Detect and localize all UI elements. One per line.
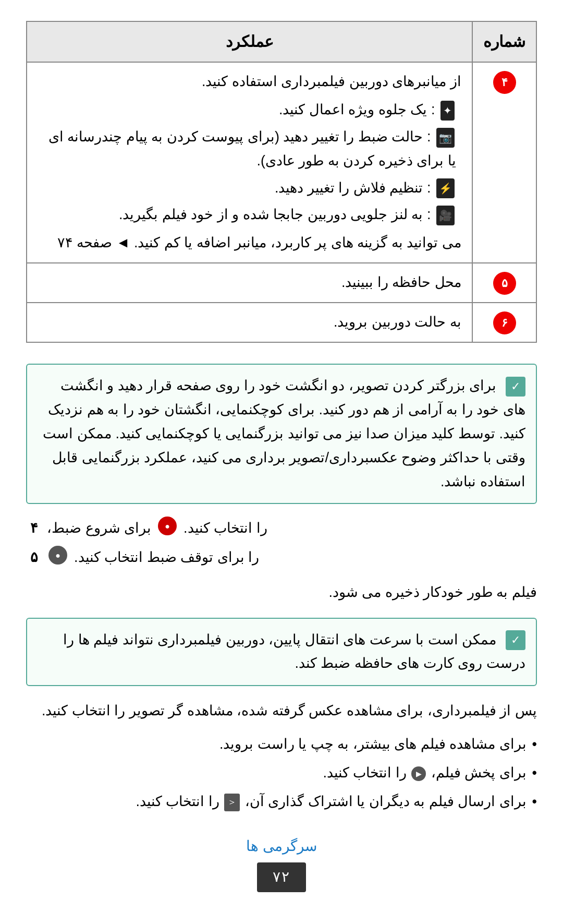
row4-footer: می توانید به گزینه های پر کاربرد، میانبر… xyxy=(38,231,461,255)
bullet-2-text: : حالت ضبط را تغییر دهید (برای پیوست کرد… xyxy=(48,129,456,169)
row4-intro: از میانبرهای دوربین فیلمبرداری استفاده ک… xyxy=(38,70,461,94)
camera-mode-icon: 📷 xyxy=(436,128,455,148)
table-row-6: ۶ به حالت دوربین بروید. xyxy=(27,303,536,342)
after-record-text: پس از فیلمبرداری، برای مشاهده عکس گرفته … xyxy=(26,699,537,723)
bullet-after-2-text: برای پخش فیلم، xyxy=(431,765,527,781)
bullet-item-2: 📷 : حالت ضبط را تغییر دهید (برای پیوست ک… xyxy=(38,125,461,173)
star-icon: ✦ xyxy=(440,101,455,121)
step4-suffix: را انتخاب کنید. xyxy=(183,517,267,541)
row5-text: محل حافظه را ببینید. xyxy=(341,274,461,290)
row6-text: به حالت دوربین بروید. xyxy=(334,314,461,330)
row4-content: از میانبرهای دوربین فیلمبرداری استفاده ک… xyxy=(27,62,472,263)
bullet-after-1: برای مشاهده فیلم های بیشتر، به چپ یا راس… xyxy=(26,732,537,757)
note1-text: برای بزرگتر کردن تصویر، دو انگشت خود را … xyxy=(43,378,525,489)
row4-bullets: ✦ : یک جلوه ویژه اعمال کنید. 📷 : حالت ضب… xyxy=(38,98,461,227)
bullet-after-2-suffix: را انتخاب کنید. xyxy=(323,765,407,781)
record-stop-icon: ● xyxy=(48,546,67,565)
num-badge-6: ۶ xyxy=(493,311,516,334)
footer: سرگرمی ها ۷۲ xyxy=(26,835,537,892)
steps-section: را انتخاب کنید. ● برای شروع ضبط، ۴ را بر… xyxy=(26,517,537,570)
row6-num: ۶ xyxy=(472,303,536,342)
row4-num: ۴ xyxy=(472,62,536,263)
page: شماره عملکرد ۴ از میانبرهای دوربین فیلمب… xyxy=(0,0,563,923)
bullet-after-2: برای پخش فیلم، ▶ را انتخاب کنید. xyxy=(26,761,537,785)
bullet-after-3-text: برای ارسال فیلم به دیگران یا اشتراک گذار… xyxy=(245,794,527,809)
front-cam-icon: 🎥 xyxy=(436,206,455,225)
step-4: را انتخاب کنید. ● برای شروع ضبط، ۴ xyxy=(26,517,537,541)
note-box-2: ممکن است با سرعت های انتقال پایین، دوربی… xyxy=(26,618,537,687)
share-icon: ＜ xyxy=(224,794,240,811)
bullet-4-text: : به لنز جلویی دوربین جابجا شده و از خود… xyxy=(119,207,431,222)
col-num-header: شماره xyxy=(472,21,536,62)
step-5: را برای توقف ضبط انتخاب کنید. ● ۵ xyxy=(26,546,537,570)
col-func-header: عملکرد xyxy=(27,21,472,62)
auto-save-text: فیلم به طور خودکار ذخیره می شود. xyxy=(26,580,537,605)
bullet-1-text: : یک جلوه ویژه اعمال کنید. xyxy=(279,102,435,117)
bullet-item-1: ✦ : یک جلوه ویژه اعمال کنید. xyxy=(38,98,461,122)
record-start-icon: ● xyxy=(158,517,177,535)
table-row-5: ۵ محل حافظه را ببینید. xyxy=(27,263,536,303)
row5-content: محل حافظه را ببینید. xyxy=(27,263,472,303)
bullet-after-3-suffix: را انتخاب کنید. xyxy=(136,794,219,809)
footer-page-num: ۷۲ xyxy=(257,862,306,892)
table-row-4: ۴ از میانبرهای دوربین فیلمبرداری استفاده… xyxy=(27,62,536,263)
play-icon: ▶ xyxy=(411,766,426,781)
step4-num: ۴ xyxy=(26,517,42,541)
row5-num: ۵ xyxy=(472,263,536,303)
footer-link[interactable]: سرگرمی ها xyxy=(26,835,537,858)
bullet-item-3: ⚡ : تنظیم فلاش را تغییر دهید. xyxy=(38,176,461,200)
bullet-item-4: 🎥 : به لنز جلویی دوربین جابجا شده و از خ… xyxy=(38,203,461,227)
num-badge-5: ۵ xyxy=(493,272,516,295)
note-box-1: برای بزرگتر کردن تصویر، دو انگشت خود را … xyxy=(26,364,537,504)
bullet-after-3: برای ارسال فیلم به دیگران یا اشتراک گذار… xyxy=(26,789,537,814)
flash-icon: ⚡ xyxy=(436,178,455,198)
num-badge-4: ۴ xyxy=(493,71,516,94)
step5-num: ۵ xyxy=(26,546,42,570)
step4-label: برای شروع ضبط، xyxy=(47,517,151,541)
note-icon-2 xyxy=(506,630,525,650)
note2-text: ممکن است با سرعت های انتقال پایین، دوربی… xyxy=(63,632,525,671)
bullet-after-section: برای مشاهده فیلم های بیشتر، به چپ یا راس… xyxy=(26,732,537,814)
row6-content: به حالت دوربین بروید. xyxy=(27,303,472,342)
note-icon-1 xyxy=(506,377,525,397)
main-table: شماره عملکرد ۴ از میانبرهای دوربین فیلمب… xyxy=(26,21,537,343)
step5-suffix: را برای توقف ضبط انتخاب کنید. xyxy=(74,546,259,570)
bullet-3-text: : تنظیم فلاش را تغییر دهید. xyxy=(275,180,431,196)
